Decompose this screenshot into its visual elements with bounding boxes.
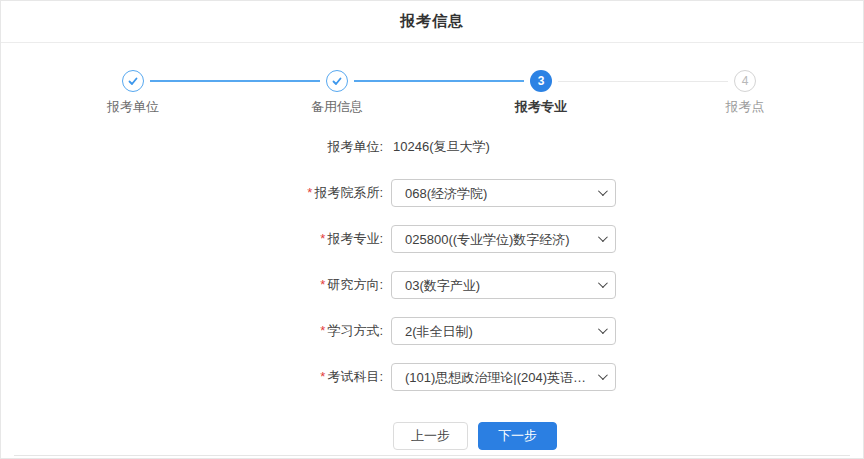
major-select[interactable]: 025800((专业学位)数字经济) <box>391 225 616 253</box>
field-label: *研究方向: <box>1 276 383 294</box>
check-icon <box>127 75 139 87</box>
field-label: *报考院系所: <box>1 184 383 202</box>
step-application-unit: 报考单位 <box>31 70 235 116</box>
previous-step-button[interactable]: 上一步 <box>393 422 468 450</box>
field-label-text: 学习方式: <box>327 323 383 338</box>
exam-subjects-select-wrap: (101)思想政治理论|(204)英语（二）|(72... <box>391 363 616 391</box>
study-mode-select-wrap: 2(非全日制) <box>391 317 616 345</box>
step-3-circle: 3 <box>530 70 552 92</box>
row-research-direction: *研究方向: 03(数字产业) <box>1 271 863 299</box>
required-asterisk: * <box>320 323 325 338</box>
row-major: *报考专业: 025800((专业学位)数字经济) <box>1 225 863 253</box>
required-asterisk: * <box>320 369 325 384</box>
page-title: 报考信息 <box>400 12 464 31</box>
step-3-label: 报考专业 <box>439 98 643 116</box>
field-label-text: 考试科目: <box>327 369 383 384</box>
step-connector <box>558 81 728 82</box>
research-direction-select[interactable]: 03(数字产业) <box>391 271 616 299</box>
row-study-mode: *学习方式: 2(非全日制) <box>1 317 863 345</box>
department-select-wrap: 068(经济学院) <box>391 179 616 207</box>
application-unit-value: 10246(复旦大学) <box>393 138 490 156</box>
field-label: *报考专业: <box>1 230 383 248</box>
row-exam-subjects: *考试科目: (101)思想政治理论|(204)英语（二）|(72... <box>1 363 863 391</box>
field-label-text: 报考专业: <box>327 231 383 246</box>
step-1-circle <box>122 70 144 92</box>
step-connector <box>354 80 524 82</box>
field-label-text: 研究方向: <box>327 277 383 292</box>
footer-divider <box>14 455 850 456</box>
field-label-text: 报考院系所: <box>314 185 383 200</box>
step-2-label: 备用信息 <box>235 98 439 116</box>
step-1-label: 报考单位 <box>31 98 235 116</box>
next-step-button[interactable]: 下一步 <box>478 422 557 450</box>
study-mode-select[interactable]: 2(非全日制) <box>391 317 616 345</box>
field-label: *考试科目: <box>1 368 383 386</box>
row-department: *报考院系所: 068(经济学院) <box>1 179 863 207</box>
field-label: *学习方式: <box>1 322 383 340</box>
field-label: 报考单位: <box>1 138 383 156</box>
required-asterisk: * <box>320 277 325 292</box>
application-info-panel: 报考信息 报考单位 备用信息 3 报考专业 4 报考点 <box>0 0 864 459</box>
required-asterisk: * <box>320 231 325 246</box>
form-actions: 上一步 下一步 <box>393 422 863 450</box>
step-application-major: 3 报考专业 <box>439 70 643 116</box>
step-2-circle <box>326 70 348 92</box>
department-select[interactable]: 068(经济学院) <box>391 179 616 207</box>
step-connector <box>150 80 320 82</box>
required-asterisk: * <box>307 185 312 200</box>
check-icon <box>331 75 343 87</box>
static-row-application-unit: 报考单位: 10246(复旦大学) <box>1 133 863 161</box>
step-4-label: 报考点 <box>643 98 847 116</box>
wizard-stepper: 报考单位 备用信息 3 报考专业 4 报考点 <box>31 70 847 116</box>
major-select-wrap: 025800((专业学位)数字经济) <box>391 225 616 253</box>
application-form: 报考单位: 10246(复旦大学) *报考院系所: 068(经济学院) *报考专… <box>1 133 863 450</box>
exam-subjects-select[interactable]: (101)思想政治理论|(204)英语（二）|(72... <box>391 363 616 391</box>
step-4-circle: 4 <box>734 70 756 92</box>
step-backup-info: 备用信息 <box>235 70 439 116</box>
research-direction-select-wrap: 03(数字产业) <box>391 271 616 299</box>
panel-header: 报考信息 <box>1 1 863 43</box>
step-exam-site: 4 报考点 <box>643 70 847 116</box>
